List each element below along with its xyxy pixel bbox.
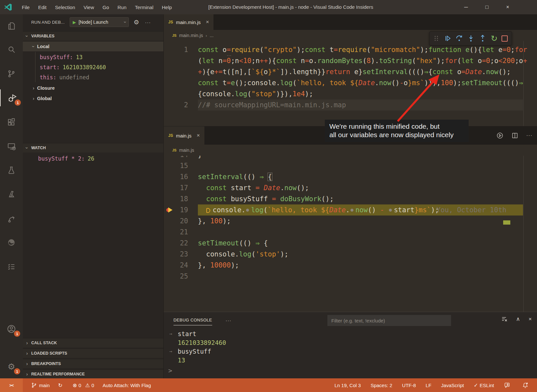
variable-this[interactable]: this: undefined [23,72,163,82]
branch-status[interactable]: main [31,382,50,388]
language-mode-status[interactable]: JavaScript [441,383,464,388]
breadcrumb[interactable]: JS main.js [164,145,537,156]
sync-status[interactable]: ↻ [58,382,64,388]
notifications-bell-icon[interactable] [522,382,530,388]
tab-main-min-js[interactable]: JS main.min.js × [164,14,213,30]
console-input-row: →busyStuff [164,347,537,356]
clear-console-icon[interactable] [501,316,508,322]
menu-edit[interactable]: Edit [34,5,51,10]
eslint-status[interactable]: ✓ ESLint [474,382,494,388]
remote-explorer-icon[interactable] [0,138,23,155]
accounts-badge: 1 [14,331,20,337]
azure-icon[interactable] [0,186,23,203]
tab-main-js[interactable]: JS main.js × [164,126,204,145]
variable-busystuff[interactable]: busyStuff: 13 [23,52,163,62]
chevron-expanded-icon: › [24,32,30,40]
auto-attach-status[interactable]: Auto Attach: With Flag [103,383,151,388]
console-input-row: →start [164,330,537,338]
run-and-debug-icon[interactable]: 1 [0,89,23,106]
editor-ruler [523,145,524,312]
tooltip-line-1: We're running this minified code, but [329,122,464,131]
search-icon[interactable] [0,41,23,58]
console-result-row: →13 [164,356,537,365]
watch-section-header[interactable]: › WATCH [23,143,163,152]
breadcrumb-separator-icon: › [206,33,207,38]
breakpoints-section-header[interactable]: › BREAKPOINTS [23,359,163,368]
todo-checklist-icon[interactable] [0,258,23,275]
menu-go[interactable]: Go [98,5,113,10]
menu-terminal[interactable]: Terminal [131,5,158,10]
start-debug-icon[interactable]: ▶ [73,20,76,25]
console-prompt-icon[interactable]: > [168,367,172,374]
debug-count-badge: 1 [15,99,21,106]
close-panel-icon[interactable]: × [529,316,532,322]
step-over-button[interactable] [455,34,463,42]
accounts-icon[interactable]: 1 [0,320,23,337]
panel-more-icon[interactable]: ··· [226,318,231,323]
scope-global[interactable]: › Global [23,94,163,103]
watch-expression[interactable]: busyStuff * 2: 26 [23,153,163,163]
vscode-window: File Edit Selection View Go Run Terminal… [0,0,537,392]
edge-devtools-icon[interactable] [0,234,23,251]
code-line: {console.log("stop")}),1e4); [164,88,537,99]
step-into-button[interactable] [467,34,475,42]
menu-selection[interactable]: Selection [51,5,79,10]
cursor-position-status[interactable]: Ln 19, Col 3 [335,383,361,388]
debug-more-icon[interactable]: ··· [145,20,151,25]
live-share-icon[interactable] [0,210,23,227]
run-or-debug-icon[interactable] [496,132,503,139]
error-icon: ⊗ [73,382,77,388]
eol-status[interactable]: LF [426,383,432,388]
variables-section-header[interactable]: › VARIABLES [23,31,163,41]
sync-icon: ↻ [58,382,62,388]
breakpoint-current-marker[interactable] [166,207,173,213]
call-stack-label: CALL STACK [31,341,57,345]
variables-label: VARIABLES [31,34,54,38]
chevron-collapsed-icon: › [30,85,37,91]
feedback-icon[interactable] [504,382,512,388]
problems-status[interactable]: ⊗ 0 ⚠ 0 [73,382,94,388]
maximize-panel-icon[interactable]: ∧ [516,316,520,322]
status-bar: >< main ↻ ⊗ 0 ⚠ 0 Auto Attach: With Flag… [0,378,537,392]
scope-closure[interactable]: › Closure [23,83,163,93]
call-stack-section-header[interactable]: › CALL STACK [23,338,163,347]
toolbar-drag-grip[interactable] [434,35,439,41]
code-line: (let n=0;n<10;n++){const n=o.randomBytes… [164,55,537,66]
console-filter-input[interactable] [327,315,451,326]
title-bar: File Edit Selection View Go Run Terminal… [0,0,537,14]
testing-beaker-icon[interactable] [0,162,23,178]
menu-run[interactable]: Run [113,5,131,10]
configure-gear-icon[interactable]: ⚙ [133,19,139,26]
extensions-icon[interactable] [0,113,23,130]
encoding-status[interactable]: UTF-8 [402,383,416,388]
close-tab-icon[interactable]: × [197,132,200,139]
editor-more-icon[interactable]: ··· [526,133,532,138]
realtime-performance-section-header[interactable]: › REALTIME PERFORMANCE [23,369,163,379]
settings-badge: 1 [14,368,20,374]
scope-local[interactable]: › Local [23,42,163,51]
menu-view[interactable]: View [79,5,98,10]
minified-code: 1const o=require("crypto");const t=requi… [164,44,537,111]
menu-file[interactable]: File [18,5,34,10]
loaded-scripts-section-header[interactable]: › LOADED SCRIPTS [23,348,163,358]
maximize-button[interactable]: □ [476,0,497,14]
launch-config-dropdown[interactable]: ▶ [Node] Launch › [70,17,129,27]
explorer-icon[interactable] [0,18,23,34]
variable-start[interactable]: start: 1621033892460 [23,62,163,72]
close-tab-icon[interactable]: × [206,19,209,25]
menu-help[interactable]: Help [158,5,176,10]
close-button[interactable]: × [497,0,518,14]
source-control-icon[interactable] [0,65,23,82]
restart-button[interactable]: ↺ [491,34,498,43]
continue-button[interactable] [444,34,451,42]
split-editor-icon[interactable] [511,132,518,139]
remote-indicator[interactable]: >< [0,378,23,392]
minimize-button[interactable]: ─ [456,0,476,14]
code-line: 2//# sourceMappingURL=main.min.js.map [164,99,537,111]
indentation-status[interactable]: Spaces: 2 [371,383,392,388]
loaded-scripts-label: LOADED SCRIPTS [31,351,67,356]
stop-button[interactable] [502,35,508,42]
settings-gear-icon[interactable]: ⚙ 1 [0,358,23,375]
tab-debug-console[interactable]: DEBUG CONSOLE [173,318,212,325]
step-out-button[interactable] [479,34,487,42]
